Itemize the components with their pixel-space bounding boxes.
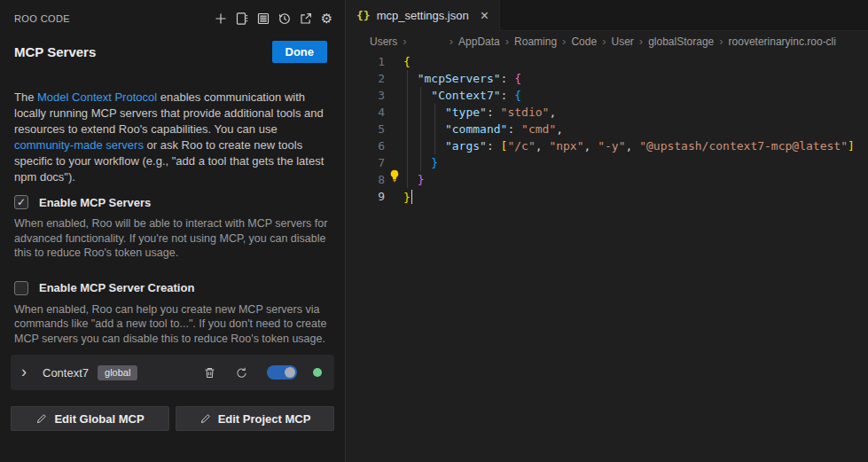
enable-mcp-creation-description: When enabled, Roo can help you create ne… [14, 302, 328, 347]
checkbox-label: Enable MCP Servers [39, 196, 151, 209]
pencil-icon [35, 413, 47, 425]
edit-global-mcp-button[interactable]: Edit Global MCP [11, 406, 169, 431]
edit-project-mcp-button[interactable]: Edit Project MCP [176, 406, 334, 431]
line-number: 2 [346, 72, 385, 85]
line-number: 7 [346, 156, 385, 169]
code-line[interactable]: 9} [346, 188, 868, 205]
scope-badge: global [98, 365, 137, 380]
code-line[interactable]: 3 "Context7": { [346, 87, 868, 104]
code-text: "args": ["/c", "npx", "-y", "@upstash/co… [403, 139, 855, 153]
breadcrumb-separator-icon: › [450, 35, 453, 48]
server-enabled-toggle[interactable] [267, 365, 297, 380]
server-icon[interactable] [255, 11, 270, 26]
code-text: "command": "cmd", [403, 122, 563, 136]
json-file-icon: {} [356, 9, 371, 22]
vscode-window: ROO CODE ⚙ MCP S [0, 0, 868, 462]
open-external-icon[interactable] [298, 11, 313, 26]
lightbulb-icon[interactable] [388, 169, 401, 183]
breadcrumb-separator-icon: › [639, 35, 643, 48]
line-number: 3 [346, 89, 385, 102]
intro-text: The Model Context Protocol enables commu… [14, 90, 333, 185]
mcp-server-row-context7[interactable]: › Context7 global [11, 355, 334, 390]
plus-icon[interactable] [213, 11, 228, 26]
intro-part: The [14, 90, 37, 104]
checkbox-label: Enable MCP Server Creation [39, 281, 194, 294]
community-made-servers-link[interactable]: community-made servers [14, 138, 144, 152]
model-context-protocol-link[interactable]: Model Context Protocol [37, 90, 157, 104]
enable-mcp-description: When enabled, Roo will be able to intera… [14, 216, 328, 261]
tab-mcp-settings-json[interactable]: {} mcp_settings.json × [346, 0, 500, 31]
checkbox-icon[interactable]: ✓ [14, 281, 28, 295]
code-line[interactable]: 5 "command": "cmd", [346, 121, 868, 137]
line-number: 5 [346, 122, 385, 136]
breadcrumb-item[interactable]: Users [370, 35, 397, 48]
code-text: { [403, 55, 411, 68]
breadcrumb-item[interactable]: globalStorage [648, 35, 714, 48]
check-icon: ✓ [17, 196, 26, 208]
code-line[interactable]: 1{ [346, 53, 868, 70]
code-line[interactable]: 4 "type": "stdio", [346, 104, 868, 121]
code-text: } [403, 190, 412, 204]
page-header: MCP Servers Done [0, 41, 345, 63]
breadcrumb-separator-icon: › [505, 35, 509, 48]
code-text: } [403, 173, 424, 186]
server-name: Context7 [43, 366, 89, 380]
code-line[interactable]: 2 "mcpServers": { [346, 70, 868, 87]
breadcrumb-separator-icon: › [719, 35, 723, 48]
breadcrumb: Users››AppData›Roaming›Code›User›globalS… [346, 31, 868, 51]
chevron-right-icon[interactable]: › [21, 364, 27, 380]
code-text: "mcpServers": { [403, 72, 521, 85]
code-text: "type": "stdio", [403, 106, 556, 119]
toggle-knob [285, 367, 295, 378]
trash-icon[interactable] [201, 364, 217, 380]
editor-tab-bar: {} mcp_settings.json × [346, 0, 868, 31]
line-number: 1 [346, 55, 385, 68]
editor-pane: {} mcp_settings.json × Users››AppData›Ro… [346, 0, 868, 462]
pencil-icon [199, 413, 211, 425]
enable-mcp-creation-checkbox-row[interactable]: ✓ Enable MCP Server Creation [14, 281, 331, 295]
breadcrumb-item[interactable]: User [611, 35, 633, 48]
panel-header: ROO CODE ⚙ [0, 0, 345, 28]
code-text: } [403, 156, 438, 169]
roo-code-panel: ROO CODE ⚙ MCP S [0, 0, 346, 462]
tab-filename: mcp_settings.json [377, 9, 469, 22]
breadcrumb-item[interactable]: rooveterinaryinc.roo-cli [729, 35, 836, 48]
line-number: 8 [346, 173, 385, 186]
history-icon[interactable] [277, 11, 292, 26]
done-button[interactable]: Done [272, 41, 328, 63]
footer-buttons: Edit Global MCP Edit Project MCP [11, 406, 334, 431]
code-text: "Context7": { [403, 89, 521, 102]
code-line[interactable]: 8 } [346, 171, 868, 188]
line-number: 4 [346, 106, 385, 119]
notebook-icon[interactable] [234, 11, 249, 26]
button-label: Edit Project MCP [218, 412, 311, 426]
status-dot [313, 368, 322, 377]
breadcrumb-separator-icon: › [562, 35, 566, 48]
breadcrumb-separator-icon: › [602, 35, 606, 48]
breadcrumb-item[interactable]: AppData [458, 35, 500, 48]
code-line[interactable]: 6 "args": ["/c", "npx", "-y", "@upstash/… [346, 137, 868, 154]
breadcrumb-item[interactable]: Roaming [514, 35, 557, 48]
line-number: 6 [346, 139, 385, 153]
panel-toolbar: ⚙ [213, 11, 334, 26]
gear-icon[interactable]: ⚙ [319, 11, 334, 26]
panel-title: ROO CODE [14, 13, 70, 24]
code-line[interactable]: 7 } [346, 154, 868, 171]
text-cursor [411, 190, 413, 204]
line-number: 9 [346, 190, 385, 203]
code-editor[interactable]: 1{2 "mcpServers": {3 "Context7": {4 "typ… [346, 51, 868, 462]
page-title: MCP Servers [14, 44, 96, 59]
button-label: Edit Global MCP [54, 412, 144, 426]
breadcrumb-separator-icon: › [403, 35, 406, 48]
breadcrumb-item[interactable]: Code [571, 35, 597, 48]
close-tab-icon[interactable]: × [481, 9, 489, 23]
enable-mcp-servers-checkbox-row[interactable]: ✓ Enable MCP Servers [14, 195, 331, 209]
checkbox-icon[interactable]: ✓ [14, 195, 28, 209]
refresh-icon[interactable] [233, 364, 249, 380]
